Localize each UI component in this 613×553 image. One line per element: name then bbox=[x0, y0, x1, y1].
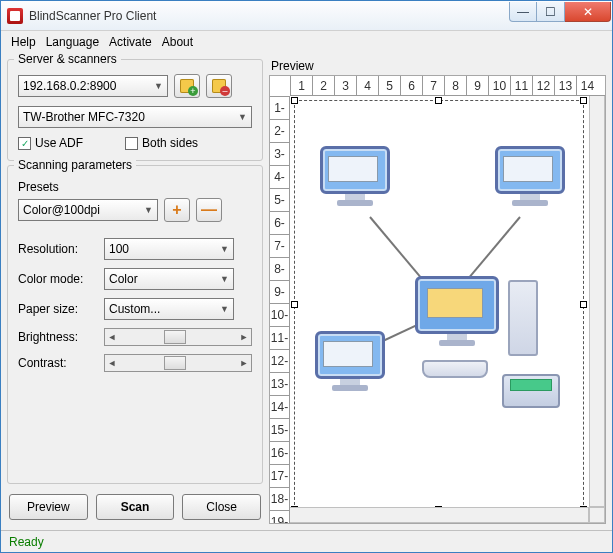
add-server-button[interactable]: + bbox=[174, 74, 200, 98]
app-window: BlindScanner Pro Client — ☐ ✕ Help Langu… bbox=[0, 0, 613, 553]
preview-button[interactable]: Preview bbox=[9, 494, 88, 520]
ruler-tick: 15- bbox=[270, 418, 289, 441]
ruler-tick: 19- bbox=[270, 510, 289, 524]
scrollbar-horizontal[interactable] bbox=[270, 507, 589, 523]
papersize-value: Custom... bbox=[109, 302, 160, 316]
close-button[interactable]: Close bbox=[182, 494, 261, 520]
brightness-slider[interactable]: ◄ ► bbox=[104, 328, 252, 346]
close-window-button[interactable]: ✕ bbox=[565, 2, 611, 22]
ruler-tick: 8 bbox=[444, 76, 466, 95]
server-address-value: 192.168.0.2:8900 bbox=[23, 79, 116, 93]
ruler-tick: 3- bbox=[270, 142, 289, 165]
preview-canvas[interactable] bbox=[290, 96, 605, 523]
right-column: Preview 1234567891011121314 1-2-3-4-5-6-… bbox=[269, 59, 606, 530]
resize-handle[interactable] bbox=[291, 301, 298, 308]
ruler-tick: 3 bbox=[334, 76, 356, 95]
ruler-tick: 10- bbox=[270, 303, 289, 326]
both-sides-checkbox[interactable]: Both sides bbox=[125, 136, 198, 150]
colormode-combo[interactable]: Color ▼ bbox=[104, 268, 234, 290]
ruler-tick: 12- bbox=[270, 349, 289, 372]
slider-thumb[interactable] bbox=[164, 356, 186, 370]
statusbar: Ready bbox=[1, 530, 612, 552]
menu-about[interactable]: About bbox=[162, 35, 193, 49]
chevron-down-icon: ▼ bbox=[220, 244, 229, 254]
ruler-tick: 8- bbox=[270, 257, 289, 280]
ruler-tick: 11- bbox=[270, 326, 289, 349]
scan-button[interactable]: Scan bbox=[96, 494, 175, 520]
resolution-label: Resolution: bbox=[18, 242, 98, 256]
brightness-label: Brightness: bbox=[18, 330, 98, 344]
ruler-tick: 18- bbox=[270, 487, 289, 510]
ruler-tick: 11 bbox=[510, 76, 532, 95]
chevron-down-icon: ▼ bbox=[220, 304, 229, 314]
remove-server-button[interactable]: – bbox=[206, 74, 232, 98]
ruler-tick: 1 bbox=[290, 76, 312, 95]
scanner-combo[interactable]: TW-Brother MFC-7320 ▼ bbox=[18, 106, 252, 128]
preview-page[interactable] bbox=[294, 100, 584, 510]
menu-language[interactable]: Language bbox=[46, 35, 99, 49]
server-monitor-icon bbox=[415, 276, 499, 336]
menu-help[interactable]: Help bbox=[11, 35, 36, 49]
ruler-horizontal: 1234567891011121314 bbox=[290, 76, 605, 96]
menubar: Help Language Activate About bbox=[1, 31, 612, 53]
arrow-left-icon[interactable]: ◄ bbox=[105, 332, 119, 342]
monitor-icon bbox=[315, 331, 385, 391]
preview-label: Preview bbox=[269, 59, 606, 73]
scanner-value: TW-Brother MFC-7320 bbox=[23, 110, 145, 124]
ruler-tick: 6 bbox=[400, 76, 422, 95]
scrollbar-vertical[interactable] bbox=[589, 76, 605, 507]
arrow-left-icon[interactable]: ◄ bbox=[105, 358, 119, 368]
titlebar[interactable]: BlindScanner Pro Client — ☐ ✕ bbox=[1, 1, 612, 31]
resize-handle[interactable] bbox=[435, 97, 442, 104]
ruler-tick: 14- bbox=[270, 395, 289, 418]
ruler-tick: 9- bbox=[270, 280, 289, 303]
maximize-button[interactable]: ☐ bbox=[537, 2, 565, 22]
status-text: Ready bbox=[9, 535, 44, 549]
contrast-label: Contrast: bbox=[18, 356, 98, 370]
keyboard-icon bbox=[422, 360, 488, 378]
ruler-tick: 7- bbox=[270, 234, 289, 257]
chevron-down-icon: ▼ bbox=[144, 205, 153, 215]
ruler-tick: 1- bbox=[270, 96, 289, 119]
remove-preset-button[interactable]: — bbox=[196, 198, 222, 222]
colormode-label: Color mode: bbox=[18, 272, 98, 286]
ruler-tick: 2 bbox=[312, 76, 334, 95]
papersize-combo[interactable]: Custom... ▼ bbox=[104, 298, 234, 320]
resize-handle[interactable] bbox=[291, 97, 298, 104]
scanparams-legend: Scanning parameters bbox=[14, 158, 136, 172]
menu-activate[interactable]: Activate bbox=[109, 35, 152, 49]
scrollbar-corner bbox=[589, 507, 605, 523]
scanner-icon bbox=[502, 374, 560, 408]
preview-area: 1234567891011121314 1-2-3-4-5-6-7-8-9-10… bbox=[269, 75, 606, 524]
server-panel: Server & scanners 192.168.0.2:8900 ▼ + – bbox=[7, 59, 263, 161]
window-controls: — ☐ ✕ bbox=[509, 2, 611, 22]
monitor-icon bbox=[320, 146, 390, 206]
minimize-button[interactable]: — bbox=[509, 2, 537, 22]
use-adf-checkbox[interactable]: ✓ Use ADF bbox=[18, 136, 83, 150]
resize-handle[interactable] bbox=[580, 301, 587, 308]
chevron-down-icon: ▼ bbox=[238, 112, 247, 122]
ruler-vertical: 1-2-3-4-5-6-7-8-9-10-11-12-13-14-15-16-1… bbox=[270, 96, 290, 523]
server-address-combo[interactable]: 192.168.0.2:8900 ▼ bbox=[18, 75, 168, 97]
resolution-combo[interactable]: 100 ▼ bbox=[104, 238, 234, 260]
colormode-value: Color bbox=[109, 272, 138, 286]
use-adf-label: Use ADF bbox=[35, 136, 83, 150]
arrow-right-icon[interactable]: ► bbox=[237, 358, 251, 368]
arrow-right-icon[interactable]: ► bbox=[237, 332, 251, 342]
ruler-tick: 2- bbox=[270, 119, 289, 142]
preset-combo[interactable]: Color@100dpi ▼ bbox=[18, 199, 158, 221]
chevron-down-icon: ▼ bbox=[154, 81, 163, 91]
add-preset-button[interactable]: + bbox=[164, 198, 190, 222]
ruler-tick: 10 bbox=[488, 76, 510, 95]
resize-handle[interactable] bbox=[580, 97, 587, 104]
ruler-tick: 4- bbox=[270, 165, 289, 188]
window-title: BlindScanner Pro Client bbox=[29, 9, 509, 23]
checkbox-icon bbox=[125, 137, 138, 150]
contrast-slider[interactable]: ◄ ► bbox=[104, 354, 252, 372]
presets-label: Presets bbox=[18, 180, 252, 194]
ruler-tick: 13 bbox=[554, 76, 576, 95]
papersize-label: Paper size: bbox=[18, 302, 98, 316]
slider-thumb[interactable] bbox=[164, 330, 186, 344]
resolution-value: 100 bbox=[109, 242, 129, 256]
ruler-tick: 13- bbox=[270, 372, 289, 395]
